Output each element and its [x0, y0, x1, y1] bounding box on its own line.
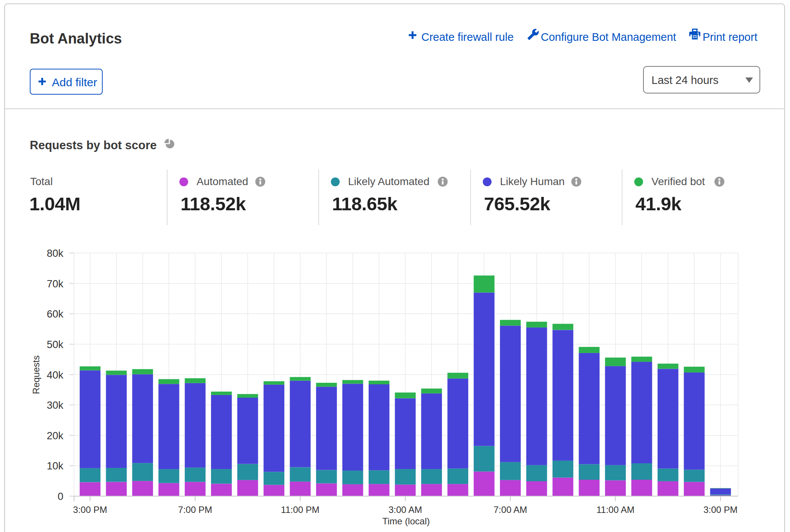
- svg-text:11:00 PM: 11:00 PM: [281, 505, 319, 515]
- svg-text:60k: 60k: [47, 308, 63, 320]
- svg-text:30k: 30k: [47, 400, 63, 411]
- svg-text:3:00 PM: 3:00 PM: [73, 505, 107, 515]
- svg-text:20k: 20k: [47, 430, 63, 442]
- svg-text:11:00 AM: 11:00 AM: [597, 505, 635, 515]
- svg-text:3:00 PM: 3:00 PM: [703, 505, 737, 515]
- svg-text:40k: 40k: [47, 369, 63, 381]
- svg-text:3:00 AM: 3:00 AM: [389, 505, 422, 515]
- svg-text:7:00 PM: 7:00 PM: [178, 505, 212, 515]
- svg-text:7:00 AM: 7:00 AM: [493, 505, 527, 515]
- svg-text:0: 0: [58, 491, 63, 502]
- svg-text:70k: 70k: [47, 278, 63, 290]
- svg-text:50k: 50k: [47, 339, 63, 350]
- svg-text:Time (local): Time (local): [382, 516, 430, 526]
- svg-text:Requests: Requests: [31, 355, 41, 394]
- svg-text:10k: 10k: [47, 460, 63, 472]
- svg-text:80k: 80k: [47, 248, 63, 259]
